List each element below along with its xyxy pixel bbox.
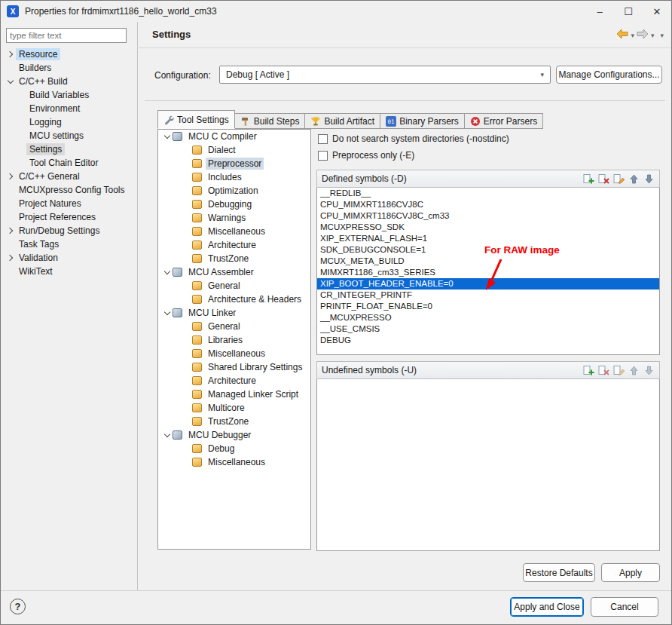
tab-build-artifact[interactable]: Build Artifact [305,113,380,129]
defined-symbol-row[interactable]: CPU_MIMXRT1186CVJ8C [317,199,659,210]
tool-tree-item[interactable]: Includes [158,170,310,184]
expander-icon[interactable] [5,228,16,233]
sidebar-item[interactable]: Logging [1,115,137,129]
sidebar-item[interactable]: C/C++ General [1,170,137,183]
sidebar-item[interactable]: Builders [1,61,137,75]
defined-symbol-row[interactable]: PRINTF_FLOAT_ENABLE=0 [317,301,659,312]
sidebar-item[interactable]: Project References [1,210,137,224]
tool-tree-item[interactable]: Optimization [158,184,310,198]
forward-arrow-icon[interactable] [637,29,649,42]
tool-tree-item[interactable]: Miscellaneous [158,455,310,469]
tool-tree-item[interactable]: TrustZone [158,415,310,428]
tool-tree-item[interactable]: Warnings [158,211,310,225]
tool-tree-item[interactable]: Architecture [158,238,310,252]
sidebar-item[interactable]: Tool Chain Editor [1,156,137,170]
forward-history-caret-icon[interactable]: ▾ [651,32,655,39]
undefined-symbols-toolbar [583,365,655,376]
minimize-button[interactable]: – [585,1,614,22]
tool-tree-item[interactable]: MCU Debugger [158,428,310,442]
add-icon[interactable] [583,173,594,185]
tool-tree-item[interactable]: Dialect [158,143,310,157]
tool-category-icon [192,458,202,467]
sidebar-item[interactable]: Run/Debug Settings [1,224,137,237]
nostdinc-checkbox[interactable] [318,134,328,144]
sidebar-item[interactable]: Resource [1,47,137,61]
tool-tree-item[interactable]: Architecture [158,374,310,388]
expander-icon[interactable] [5,256,16,260]
apply-button[interactable]: Apply [601,563,660,582]
sidebar-item[interactable]: MCU settings [1,129,137,142]
tool-tree-item[interactable]: Libraries [158,333,310,347]
sidebar-item[interactable]: Build Variables [1,88,137,102]
expander-icon[interactable] [161,135,173,138]
sidebar-item[interactable]: Environment [1,102,137,115]
move-up-icon[interactable] [628,173,640,185]
back-arrow-icon[interactable] [616,29,628,42]
preprocess-only-checkbox[interactable] [318,151,328,161]
preprocess-only-row: Preprocess only (-E) [318,150,414,161]
tool-tree-item[interactable]: MCU Linker [158,306,310,320]
defined-symbol-row[interactable]: __REDLIB__ [317,188,659,199]
sidebar-item[interactable]: Settings [1,142,137,156]
move-down-icon[interactable] [643,365,655,376]
cancel-button[interactable]: Cancel [591,597,658,617]
edit-icon[interactable] [613,173,625,185]
defined-symbol-row[interactable]: DEBUG [317,335,659,346]
app-icon: X [7,5,19,17]
tab-tool-settings[interactable]: Tool Settings [157,110,235,129]
sidebar-item[interactable]: WikiText [1,265,137,278]
sidebar-item[interactable]: Validation [1,251,137,265]
tool-tree-item[interactable]: Miscellaneous [158,225,310,238]
properties-tree: Resource Builders C/C++ Build Build Vari… [1,47,137,278]
tool-tree-item[interactable]: Managed Linker Script [158,388,310,401]
expander-icon[interactable] [161,311,173,314]
edit-icon[interactable] [613,365,625,376]
sidebar-item[interactable]: Task Tags [1,237,137,251]
tool-tree-item[interactable]: Debug [158,442,310,455]
tool-tree-item[interactable]: Architecture & Headers [158,293,310,306]
apply-and-close-button[interactable]: Apply and Close [510,597,584,617]
tool-category-icon [192,376,202,385]
expander-icon[interactable] [161,434,173,437]
tab-error-parsers[interactable]: Error Parsers [465,113,543,129]
move-down-icon[interactable] [643,173,655,185]
configuration-select[interactable]: Debug [ Active ] ▾ [219,66,551,84]
delete-icon[interactable] [598,173,609,185]
tool-tree-item[interactable]: MCU C Compiler [158,130,310,143]
defined-symbol-row[interactable]: CPU_MIMXRT1186CVJ8C_cm33 [317,210,659,222]
defined-symbol-row[interactable]: MCUXPRESSO_SDK [317,222,659,233]
sidebar-item[interactable]: MCUXpresso Config Tools [1,183,137,197]
expander-icon[interactable] [5,80,16,83]
tool-tree-item[interactable]: Debugging [158,198,310,211]
add-icon[interactable] [583,365,594,376]
tool-tree-item[interactable]: General [158,279,310,293]
back-history-caret-icon[interactable]: ▾ [631,32,634,39]
sidebar-item[interactable]: Project Natures [1,197,137,210]
filter-input[interactable] [6,28,127,43]
tool-tree-item[interactable]: Miscellaneous [158,347,310,360]
tool-category-icon [192,417,202,426]
close-button[interactable]: ✕ [643,1,671,22]
defined-symbol-row[interactable]: __USE_CMSIS [317,323,659,335]
expander-icon[interactable] [161,271,173,274]
tool-tree-item[interactable]: General [158,320,310,333]
tab-build-steps[interactable]: Build Steps [235,113,306,129]
expander-icon[interactable] [5,52,16,57]
tool-tree-item[interactable]: Preprocessor [158,157,310,170]
view-menu-caret-icon[interactable]: ▾ [660,32,664,39]
delete-icon[interactable] [598,365,609,376]
tab-binary-parsers[interactable]: 01 Binary Parsers [380,113,465,129]
maximize-button[interactable]: ☐ [614,1,643,22]
tool-tree-item[interactable]: Shared Library Settings [158,360,310,374]
manage-configurations-button[interactable]: Manage Configurations... [556,66,662,84]
sidebar-item[interactable]: C/C++ Build [1,75,137,88]
tool-tree-item[interactable]: MCU Assembler [158,265,310,279]
tool-tree-item[interactable]: TrustZone [158,252,310,265]
defined-symbol-row[interactable]: __MCUXPRESSO [317,312,659,323]
restore-defaults-button[interactable]: Restore Defaults [523,563,595,582]
tool-tree-item[interactable]: Multicore [158,401,310,415]
defined-symbol-row[interactable]: XIP_EXTERNAL_FLASH=1 [317,233,659,244]
move-up-icon[interactable] [628,365,640,376]
expander-icon[interactable] [5,174,16,179]
help-icon[interactable]: ? [10,599,26,614]
